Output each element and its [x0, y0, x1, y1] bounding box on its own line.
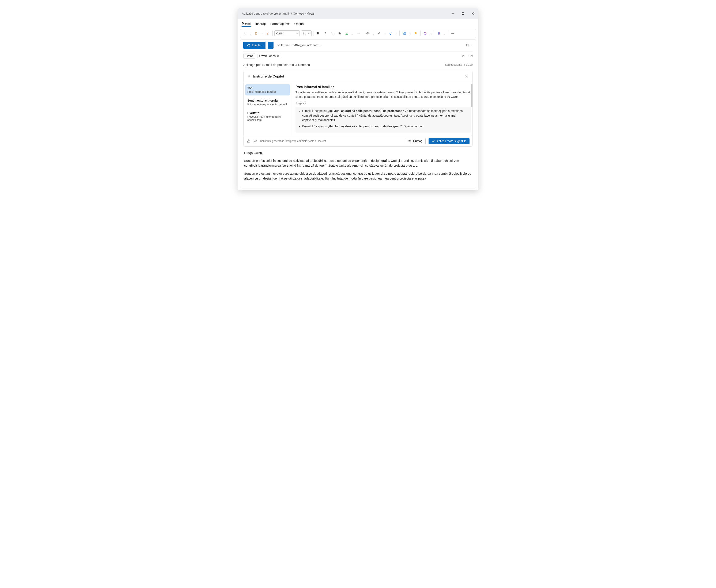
tab-format[interactable]: Formatați text: [270, 21, 290, 26]
separator: [448, 31, 448, 36]
signature-dropdown[interactable]: ⌄: [395, 30, 398, 36]
subject-field[interactable]: Aplicație pentru rolul de proiectant II …: [243, 63, 310, 66]
adjust-button[interactable]: Ajustați: [405, 138, 426, 144]
titlebar: Aplicație pentru rolul de proiectant II …: [238, 8, 478, 19]
loop-dropdown[interactable]: ⌄: [429, 30, 433, 36]
thumbs-up-button[interactable]: [247, 139, 250, 143]
email-paragraph: Sunt un profesionist în sectorul de acti…: [244, 158, 472, 168]
copilot-coaching-card: Instruire de Copilot Ton Prea informal ș…: [243, 71, 473, 147]
svg-rect-9: [403, 34, 404, 35]
signature-button[interactable]: [387, 30, 394, 36]
suggestions-box: E-mailul începe cu „Hei Jun, aș dori să …: [295, 107, 471, 133]
copilot-categories: Ton Prea informal și familiar Sentimentu…: [244, 82, 292, 135]
separator: [272, 31, 273, 36]
tab-message[interactable]: Mesaj: [241, 21, 251, 27]
from-selector[interactable]: De la: katri_0487@outlook.com ⌄: [276, 43, 322, 47]
apps-button[interactable]: [401, 30, 407, 36]
more-format-button[interactable]: ⋯: [355, 30, 361, 36]
maximize-button[interactable]: [458, 8, 468, 19]
collapse-ribbon-chevron[interactable]: ⌄: [474, 34, 477, 37]
font-name-select[interactable]: Calibri: [274, 30, 300, 36]
thumbs-down-button[interactable]: [253, 139, 257, 143]
bcc-button[interactable]: Cci: [468, 54, 473, 58]
ribbon-tabs: Mesaj Inserați Formatați text Opțiuni: [238, 19, 478, 27]
copilot-detail: Prea informal și familiar Tonalitatea cu…: [292, 82, 472, 135]
font-size-select[interactable]: 11: [301, 30, 312, 36]
category-reader-sentiment[interactable]: Sentimentul cititorului Îi lipsește ener…: [245, 97, 290, 108]
separator: [363, 31, 363, 36]
immersive-button[interactable]: [413, 30, 419, 36]
copilot-sparkle-icon: [247, 74, 251, 79]
copilot-dropdown[interactable]: ⌄: [443, 30, 446, 36]
separator: [420, 31, 421, 36]
ribbon-toolbar: ⌄ ⌄ Calibri 11 B I U S ⌄ ⋯ ⌄ ⌄ ⌄: [240, 29, 476, 38]
bold-button[interactable]: B: [315, 30, 321, 36]
copilot-summary: Tonalitatea curentă este profesională și…: [295, 90, 471, 99]
svg-line-15: [468, 46, 469, 46]
ai-disclaimer: Conținutul generat de inteligența artifi…: [260, 140, 326, 143]
copilot-ribbon-button[interactable]: [436, 30, 442, 36]
category-clarity[interactable]: Claritate Necesită mai multe detalii și …: [245, 109, 290, 124]
attach-button[interactable]: [365, 30, 371, 36]
overflow-button[interactable]: ⋯: [450, 30, 456, 36]
svg-point-18: [250, 75, 250, 76]
scrollbar[interactable]: [471, 84, 472, 107]
undo-button[interactable]: [242, 30, 248, 36]
apply-all-button[interactable]: Aplicați toate sugestiile: [428, 138, 469, 144]
cc-button[interactable]: Cc: [461, 54, 464, 58]
highlight-button[interactable]: [344, 30, 350, 36]
loop-button[interactable]: [422, 30, 428, 36]
zoom-control[interactable]: ⌄: [466, 43, 473, 47]
close-button[interactable]: [468, 8, 478, 19]
apps-dropdown[interactable]: ⌄: [408, 30, 412, 36]
link-dropdown[interactable]: ⌄: [383, 30, 386, 36]
suggestions-label: Sugestii: [295, 102, 471, 105]
svg-rect-7: [403, 32, 404, 33]
copilot-headline: Prea informal și familiar: [295, 85, 471, 89]
email-body[interactable]: Dragă Gwen, Sunt un profesionist în sect…: [243, 147, 473, 186]
svg-rect-5: [256, 32, 257, 33]
send-dropdown[interactable]: ⌄: [268, 42, 274, 49]
svg-rect-8: [404, 32, 405, 33]
separator: [399, 31, 400, 36]
email-greeting: Dragă Gwen,: [244, 150, 472, 155]
suggestion-item: E-mailul începe cu „Hei Jun, aș dori să …: [302, 109, 468, 123]
svg-rect-1: [462, 13, 464, 15]
close-copilot-button[interactable]: [463, 74, 469, 79]
email-paragraph: Sunt un proiectant inovator care atinge …: [244, 171, 472, 181]
draft-saved-label: Schiță salvată la 11:00: [445, 63, 473, 66]
svg-point-24: [409, 141, 410, 142]
svg-point-13: [438, 32, 440, 35]
window-title: Aplicație pentru rolul de proiectant II …: [242, 12, 448, 15]
link-button[interactable]: [376, 30, 382, 36]
separator: [434, 31, 434, 36]
svg-point-11: [416, 33, 416, 34]
svg-rect-10: [404, 34, 405, 35]
category-tone[interactable]: Ton Prea informal și familiar: [245, 84, 290, 96]
recipient-chip[interactable]: Gwen Jones ✕: [257, 54, 281, 58]
outlook-compose-window: Aplicație pentru rolul de proiectant II …: [238, 8, 478, 190]
paste-dropdown[interactable]: ⌄: [261, 30, 264, 36]
tab-options[interactable]: Opțiuni: [294, 21, 305, 26]
copilot-title: Instruire de Copilot: [253, 75, 284, 78]
paste-button[interactable]: [253, 30, 259, 36]
strikethrough-button[interactable]: S: [337, 30, 342, 36]
suggestion-item: E-mailul începe cu „Hei Jun, aș dori să …: [302, 124, 468, 129]
undo-dropdown[interactable]: ⌄: [249, 30, 252, 36]
svg-point-22: [409, 140, 409, 141]
attach-dropdown[interactable]: ⌄: [372, 30, 375, 36]
remove-recipient-icon[interactable]: ✕: [277, 54, 279, 58]
italic-button[interactable]: I: [322, 30, 328, 36]
tab-insert[interactable]: Inserați: [255, 21, 266, 26]
highlight-dropdown[interactable]: ⌄: [351, 30, 354, 36]
compose-header: Trimiteți ⌄ De la: katri_0487@outlook.co…: [240, 39, 476, 188]
send-button[interactable]: Trimiteți: [243, 42, 266, 49]
to-button[interactable]: Către: [243, 53, 255, 59]
minimize-button[interactable]: [448, 8, 458, 19]
format-painter-button[interactable]: [265, 30, 271, 36]
underline-button[interactable]: U: [330, 30, 335, 36]
